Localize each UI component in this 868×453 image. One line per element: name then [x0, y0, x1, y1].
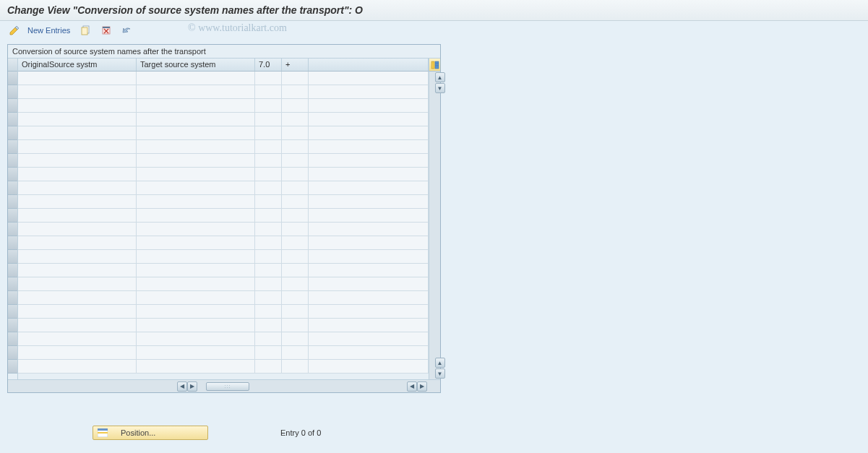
- table-cell[interactable]: [282, 113, 309, 126]
- table-cell[interactable]: [255, 168, 282, 181]
- new-entries-button[interactable]: New Entries: [27, 26, 70, 35]
- table-cell[interactable]: [309, 346, 429, 359]
- table-cell[interactable]: [137, 209, 255, 222]
- table-cell[interactable]: [255, 264, 282, 277]
- table-cell[interactable]: [309, 291, 429, 304]
- table-cell[interactable]: [18, 72, 137, 85]
- table-cell[interactable]: [137, 264, 255, 277]
- table-cell[interactable]: [255, 209, 282, 222]
- scroll-left-icon[interactable]: ◀: [177, 381, 187, 392]
- table-cell[interactable]: [18, 195, 137, 208]
- table-config-icon[interactable]: [429, 59, 440, 72]
- table-cell[interactable]: [137, 168, 255, 181]
- table-cell[interactable]: [18, 291, 137, 304]
- table-cell[interactable]: [309, 223, 429, 236]
- table-cell[interactable]: [137, 360, 255, 373]
- table-cell[interactable]: [18, 126, 137, 139]
- table-cell[interactable]: [255, 99, 282, 112]
- table-cell[interactable]: [282, 195, 309, 208]
- table-cell[interactable]: [18, 154, 137, 167]
- table-cell[interactable]: [137, 113, 255, 126]
- table-cell[interactable]: [282, 305, 309, 318]
- table-cell[interactable]: [282, 140, 309, 153]
- row-selector[interactable]: [8, 291, 17, 305]
- table-cell[interactable]: [282, 360, 309, 373]
- table-cell[interactable]: [255, 236, 282, 249]
- table-cell[interactable]: [18, 305, 137, 318]
- row-selector[interactable]: [8, 250, 17, 264]
- table-cell[interactable]: [282, 168, 309, 181]
- table-cell[interactable]: [18, 85, 137, 98]
- table-cell[interactable]: [309, 113, 429, 126]
- row-selector[interactable]: [8, 72, 17, 85]
- row-selector[interactable]: [8, 113, 17, 126]
- row-selector[interactable]: [8, 360, 17, 374]
- row-selector[interactable]: [8, 140, 17, 154]
- table-cell[interactable]: [255, 181, 282, 194]
- table-cell[interactable]: [309, 168, 429, 181]
- table-cell[interactable]: [137, 181, 255, 194]
- table-cell[interactable]: [309, 140, 429, 153]
- table-cell[interactable]: [255, 113, 282, 126]
- edit-icon[interactable]: [7, 24, 22, 37]
- table-cell[interactable]: [137, 332, 255, 345]
- table-cell[interactable]: [137, 346, 255, 359]
- row-selector[interactable]: [8, 236, 17, 250]
- table-cell[interactable]: [282, 264, 309, 277]
- table-cell[interactable]: [282, 332, 309, 345]
- table-cell[interactable]: [137, 85, 255, 98]
- table-cell[interactable]: [309, 319, 429, 332]
- col-plus[interactable]: +: [282, 59, 309, 71]
- table-cell[interactable]: [18, 209, 137, 222]
- table-cell[interactable]: [309, 236, 429, 249]
- table-cell[interactable]: [18, 346, 137, 359]
- table-cell[interactable]: [137, 250, 255, 263]
- table-cell[interactable]: [255, 305, 282, 318]
- table-cell[interactable]: [282, 223, 309, 236]
- table-cell[interactable]: [282, 209, 309, 222]
- row-selector[interactable]: [8, 209, 17, 223]
- col-70[interactable]: 7.0: [255, 59, 282, 71]
- table-cell[interactable]: [137, 126, 255, 139]
- table-cell[interactable]: [137, 195, 255, 208]
- row-selector[interactable]: [8, 195, 17, 209]
- row-selector[interactable]: [8, 346, 17, 360]
- table-cell[interactable]: [282, 85, 309, 98]
- table-cell[interactable]: [137, 305, 255, 318]
- row-selector[interactable]: [8, 168, 17, 181]
- table-cell[interactable]: [255, 346, 282, 359]
- table-cell[interactable]: [309, 277, 429, 290]
- row-selector[interactable]: [8, 223, 17, 236]
- table-cell[interactable]: [137, 277, 255, 290]
- table-cell[interactable]: [309, 332, 429, 345]
- table-cell[interactable]: [309, 72, 429, 85]
- table-cell[interactable]: [309, 85, 429, 98]
- table-cell[interactable]: [18, 223, 137, 236]
- table-cell[interactable]: [255, 154, 282, 167]
- table-cell[interactable]: [255, 360, 282, 373]
- table-cell[interactable]: [255, 195, 282, 208]
- table-cell[interactable]: [255, 332, 282, 345]
- table-cell[interactable]: [18, 113, 137, 126]
- table-cell[interactable]: [282, 99, 309, 112]
- table-cell[interactable]: [18, 140, 137, 153]
- table-cell[interactable]: [282, 291, 309, 304]
- table-cell[interactable]: [137, 140, 255, 153]
- scroll-right-end-icon[interactable]: ▶: [417, 381, 427, 392]
- table-cell[interactable]: [255, 277, 282, 290]
- table-cell[interactable]: [255, 72, 282, 85]
- copy-icon[interactable]: [79, 24, 93, 37]
- table-cell[interactable]: [309, 209, 429, 222]
- row-selector[interactable]: [8, 154, 17, 168]
- table-cell[interactable]: [309, 360, 429, 373]
- table-cell[interactable]: [282, 346, 309, 359]
- table-cell[interactable]: [18, 236, 137, 249]
- row-selector-header[interactable]: [8, 59, 17, 72]
- table-cell[interactable]: [18, 168, 137, 181]
- table-cell[interactable]: [18, 99, 137, 112]
- table-cell[interactable]: [255, 223, 282, 236]
- table-cell[interactable]: [18, 360, 137, 373]
- table-cell[interactable]: [282, 72, 309, 85]
- table-cell[interactable]: [282, 236, 309, 249]
- scroll-down-bottom-icon[interactable]: ▼: [435, 368, 445, 379]
